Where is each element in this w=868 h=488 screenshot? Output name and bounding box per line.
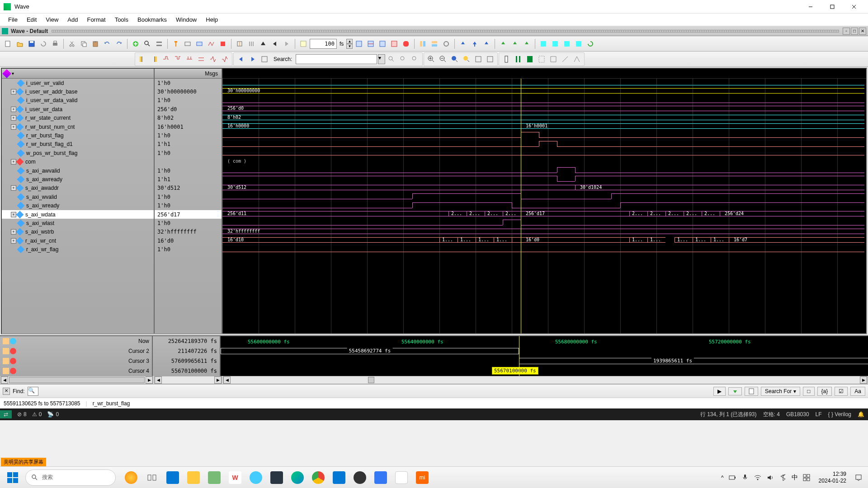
nav-button-1[interactable] [234,38,245,49]
signal-row[interactable]: w_pos_wr_burst_flag [2,149,154,157]
close-button[interactable] [844,0,864,13]
cursor-line[interactable] [521,79,521,333]
find-button[interactable] [142,38,153,49]
warning-count[interactable]: ⚠ 0 [32,411,42,418]
tray-expand-icon[interactable]: ^ [721,474,724,481]
msgs-row[interactable]: 1'h0 [155,79,222,87]
signal-row[interactable]: s_axi_wready [2,201,154,210]
menu-window[interactable]: Window [171,14,201,25]
search-prev-button[interactable] [236,54,246,65]
msgs-list[interactable]: 1'h030'h000000001'h0256'd08'h0216'h00011… [155,79,222,333]
wave-panel[interactable]: 30'h00000000256'd08'h0216'h000016'h0001(… [222,69,866,333]
app-chrome[interactable] [308,469,328,487]
error-count[interactable]: ⊘ 8 [17,411,27,418]
cursor-right-panel[interactable]: 55600000000 fs 55640000000 fs 5568000000… [221,336,868,376]
search-find3-button[interactable] [410,54,420,65]
signal-row[interactable]: s_axi_awready [2,175,154,183]
app-copilot[interactable] [350,469,370,487]
msgs-row[interactable]: 8'h02 [155,114,222,122]
signal-row[interactable]: +s_axi_wstrb [2,228,154,236]
lock-icon[interactable] [3,368,9,374]
msgs-row[interactable]: 1'h0 [155,166,222,175]
find-opt-4[interactable]: Aa [850,387,865,396]
app-mi[interactable]: mi [412,469,432,487]
menu-view[interactable]: View [41,14,63,25]
lock-icon[interactable] [3,358,9,364]
expand-icon[interactable]: + [11,238,16,244]
time-button[interactable] [298,38,309,49]
search-opts-button[interactable] [259,54,270,65]
toggle-button[interactable] [154,38,165,49]
taskbar-search[interactable]: 搜索 [25,469,116,486]
msgs-hscroll[interactable]: ◀▶ [154,376,222,384]
msgs-row[interactable]: 256'd0 [155,105,222,113]
signal-row[interactable]: s_axi_awvalid [2,166,154,175]
app-paint[interactable] [392,469,411,487]
app-explorer[interactable] [184,469,203,487]
layout-button-2[interactable] [429,38,440,49]
msgs-row[interactable] [155,158,222,166]
searchfor-dropdown[interactable]: Search For ▾ [761,387,800,396]
bt-icon[interactable] [779,474,787,482]
find-down-button[interactable] [728,387,742,395]
msgs-row[interactable]: 16'd0 [155,236,222,245]
msgs-row[interactable]: 1'h0 [155,245,222,253]
msgs-row[interactable]: 1'h0 [155,149,222,157]
battery-icon[interactable] [728,474,736,482]
start-button[interactable] [2,469,24,487]
nav-button-2[interactable] [246,38,257,49]
menu-help[interactable]: Help [201,14,222,25]
signal-row[interactable]: +s_axi_awaddr [2,184,154,192]
menu-bookmarks[interactable]: Bookmarks [133,14,171,25]
signal-row[interactable]: +r_axi_wr_cnt [2,236,154,245]
zoom-button-4[interactable] [389,38,400,49]
arrow-up-button-6[interactable] [521,38,532,49]
color-button-2[interactable] [550,38,561,49]
msgs-row[interactable]: 1'h0 [155,131,222,140]
back-button[interactable] [269,38,280,49]
msgs-row[interactable]: 1'h1 [155,140,222,149]
volume-icon[interactable] [766,474,774,482]
tool-button-2[interactable] [194,38,205,49]
color-button-3[interactable] [561,38,572,49]
signal-row[interactable]: r_wr_burst_flag [2,131,154,140]
arrow-up-button-4[interactable] [498,38,509,49]
msgs-row[interactable]: 30'd512 [155,184,222,192]
dot-icon[interactable] [10,358,16,364]
redo-button[interactable] [113,38,124,49]
minimize-button[interactable] [800,0,821,13]
edge-button-2[interactable] [149,54,160,65]
expand-icon[interactable]: + [11,107,16,112]
cut-button[interactable] [66,38,77,49]
notification-icon[interactable] [854,474,863,482]
arrow-up-button-2[interactable] [469,38,480,49]
zoom-region-button[interactable] [461,54,472,65]
dot-icon[interactable] [10,348,16,354]
edge-button-7[interactable] [208,54,218,65]
maximize-button[interactable] [822,0,843,13]
wave-mode-4[interactable] [536,54,547,65]
wave-mode-7[interactable] [571,54,582,65]
signal-root-dropdown[interactable]: ▾ [12,71,14,76]
expand-icon[interactable]: + [11,89,16,94]
signal-list[interactable]: i_user_wr_valid+i_user_wr_addr_basei_use… [2,79,154,333]
tool-button-1[interactable] [182,38,193,49]
mic-icon[interactable] [741,474,749,482]
color-button-4[interactable] [573,38,584,49]
notifications-icon[interactable]: 🔔 [858,411,864,418]
app-cloud[interactable] [246,469,266,487]
expand-icon[interactable]: + [11,185,16,191]
edge-button-4[interactable] [172,54,183,65]
app-generic-1[interactable] [204,469,224,487]
edge-button-1[interactable] [137,54,148,65]
ime-indicator[interactable]: 中 [792,474,798,482]
msgs-row[interactable]: 256'd17 [155,210,222,219]
zoom-cursor-button[interactable] [473,54,484,65]
wave-mode-6[interactable] [560,54,571,65]
app-taskview[interactable] [142,469,162,487]
add-cursor-button[interactable] [170,38,181,49]
undo-button[interactable] [102,38,113,49]
signal-row[interactable]: +r_wr_burst_num_cnt [2,122,154,131]
menu-file[interactable]: File [4,14,22,25]
forward-button[interactable] [281,38,292,49]
